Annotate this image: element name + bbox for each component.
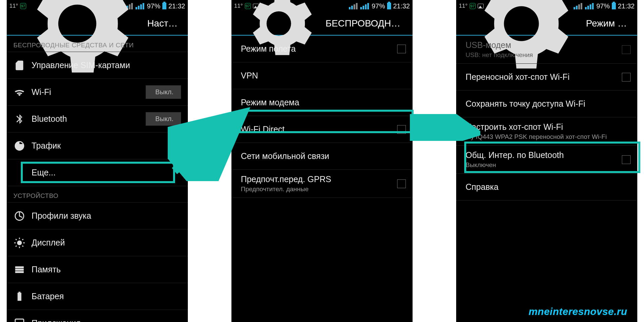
row-help[interactable]: Справка <box>456 174 637 201</box>
row-gprs-preference[interactable]: Предпочт.перед. GPRS Предпочтител. данны… <box>231 170 413 198</box>
battery-percent: 97% <box>372 2 385 10</box>
svg-rect-5 <box>17 292 21 301</box>
label-tethering: Режим модема <box>241 98 406 107</box>
row-wifi[interactable]: Wi-Fi Выкл. <box>7 79 188 106</box>
row-wifi-direct[interactable]: Wi-Fi Direct <box>231 116 413 143</box>
label-vpn: VPN <box>241 71 406 80</box>
sub-usb-modem: USB: нет подключения <box>466 51 616 59</box>
bt-sharing-checkbox[interactable] <box>622 155 631 164</box>
label-wifi-direct: Wi-Fi Direct <box>241 124 391 134</box>
signal-sim1-icon <box>349 3 358 9</box>
label-wifi: Wi-Fi <box>32 87 51 97</box>
category-wireless: БЕСПРОВОДНЫЕ СРЕДСТВА И СЕТИ <box>7 36 188 52</box>
label-bt-sharing: Общ. Интер. по Bluetooth <box>466 150 616 160</box>
row-audio-profiles[interactable]: Профили звука <box>7 203 188 229</box>
battery-percent: 97% <box>596 2 610 10</box>
display-icon <box>13 237 25 249</box>
row-portable-hotspot[interactable]: Переносной хот-спот Wi-Fi <box>456 64 637 91</box>
battery-menu-icon <box>13 291 25 302</box>
clock: 21:32 <box>168 2 185 10</box>
row-bluetooth[interactable]: Bluetooth Выкл. <box>7 106 188 132</box>
gprs-checkbox[interactable] <box>397 179 406 188</box>
signal-sim2-icon <box>360 3 369 9</box>
watermark: mneinteresnovse.ru <box>529 306 627 317</box>
label-traffic: Трафик <box>32 141 61 151</box>
row-battery[interactable]: Батарея <box>7 283 188 310</box>
apps-icon <box>13 318 25 322</box>
label-gprs: Предпочт.перед. GPRS <box>241 174 391 184</box>
wifi-toggle[interactable]: Выкл. <box>146 85 181 99</box>
phone-tethering: 11° 97 97% 21:32 Режим модема USB-модем … <box>456 0 637 322</box>
sub-bt-sharing: Выключен <box>466 161 616 169</box>
battery-icon <box>387 3 391 9</box>
battery-percent: 97% <box>147 2 160 10</box>
row-apps[interactable]: Приложения <box>7 310 188 322</box>
svg-rect-3 <box>15 269 24 271</box>
label-apps: Приложения <box>32 318 80 322</box>
label-battery: Батарея <box>32 291 64 301</box>
row-traffic[interactable]: Трафик <box>7 132 188 159</box>
row-mobile-networks[interactable]: Сети мобильной связи <box>231 143 413 170</box>
phone-wireless-more: 11° 97 97% 21:32 БЕСПРОВОДНЫЕ СРЕДСТВА И… <box>231 0 413 322</box>
hotspot-checkbox[interactable] <box>622 73 631 82</box>
svg-rect-2 <box>15 266 24 268</box>
row-vpn[interactable]: VPN <box>231 62 413 89</box>
wifi-direct-checkbox[interactable] <box>397 125 406 134</box>
row-display[interactable]: Дисплей <box>7 229 188 256</box>
signal-sim2-icon <box>585 3 594 9</box>
battery-icon <box>162 3 166 9</box>
row-bt-sharing[interactable]: Общ. Интер. по Bluetooth Выключен <box>456 146 637 174</box>
clock: 21:32 <box>393 2 410 10</box>
label-audio: Профили звука <box>32 211 91 221</box>
page-title: Настройки <box>147 18 182 29</box>
label-configure-hotspot: Настроить хот-спот Wi-Fi <box>466 122 631 132</box>
wifi-icon <box>13 87 25 98</box>
category-device: УСТРОЙСТВО <box>7 186 188 203</box>
svg-rect-6 <box>18 291 20 292</box>
screenshot-icon <box>253 4 259 8</box>
storage-icon <box>13 264 25 275</box>
data-usage-icon <box>13 140 25 152</box>
label-keep-ap: Сохранять точку доступа Wi-Fi <box>466 99 631 109</box>
battery-icon <box>612 3 616 9</box>
row-sim-management[interactable]: Управление SIM-картами <box>7 52 188 79</box>
phone-settings: 11° 97 97% 21:32 Настройки БЕСПРОВОДНЫЕ … <box>7 0 188 322</box>
bluetooth-toggle[interactable]: Выкл. <box>146 112 181 126</box>
row-configure-hotspot[interactable]: Настроить хот-спот Wi-Fi Fly IQ443 WPA2 … <box>456 117 637 146</box>
label-help: Справка <box>466 182 631 192</box>
label-airplane: Режим полета <box>241 44 391 54</box>
label-hotspot: Переносной хот-спот Wi-Fi <box>466 72 616 82</box>
usb-modem-checkbox <box>622 45 631 54</box>
label-mobile: Сети мобильной связи <box>241 151 406 161</box>
sub-gprs: Предпочтител. данные <box>241 185 391 193</box>
label-sim: Управление SIM-картами <box>32 60 130 70</box>
sub-configure-hotspot: Fly IQ443 WPA2 PSK переносной хот-спот W… <box>466 133 631 141</box>
svg-point-1 <box>17 240 22 245</box>
label-memory: Память <box>32 265 61 274</box>
label-more: Еще... <box>32 168 56 177</box>
row-memory[interactable]: Память <box>7 256 188 283</box>
bluetooth-icon <box>13 113 25 125</box>
svg-rect-4 <box>15 271 24 273</box>
page-title: БЕСПРОВОДНЫЕ СРЕДСТВА И СЕ... <box>325 18 407 29</box>
label-bluetooth: Bluetooth <box>32 114 67 124</box>
label-usb-modem: USB-модем <box>466 40 616 50</box>
label-display: Дисплей <box>32 238 65 248</box>
row-more[interactable]: Еще... <box>7 159 188 186</box>
row-tethering[interactable]: Режим модема <box>231 89 413 116</box>
svg-rect-7 <box>15 319 24 322</box>
audio-icon <box>13 210 25 222</box>
screen-header: Настройки <box>7 12 188 36</box>
row-keep-ap[interactable]: Сохранять точку доступа Wi-Fi <box>456 91 637 117</box>
screen-header: БЕСПРОВОДНЫЕ СРЕДСТВА И СЕ... <box>231 12 413 36</box>
page-title: Режим модема <box>586 18 632 29</box>
screenshot-icon <box>478 4 484 8</box>
sim-icon <box>13 60 25 71</box>
clock: 21:32 <box>618 2 635 10</box>
row-usb-modem: USB-модем USB: нет подключения <box>456 36 637 64</box>
screen-header: Режим модема <box>456 12 637 36</box>
row-airplane-mode[interactable]: Режим полета <box>231 36 413 62</box>
airplane-checkbox[interactable] <box>397 45 406 53</box>
